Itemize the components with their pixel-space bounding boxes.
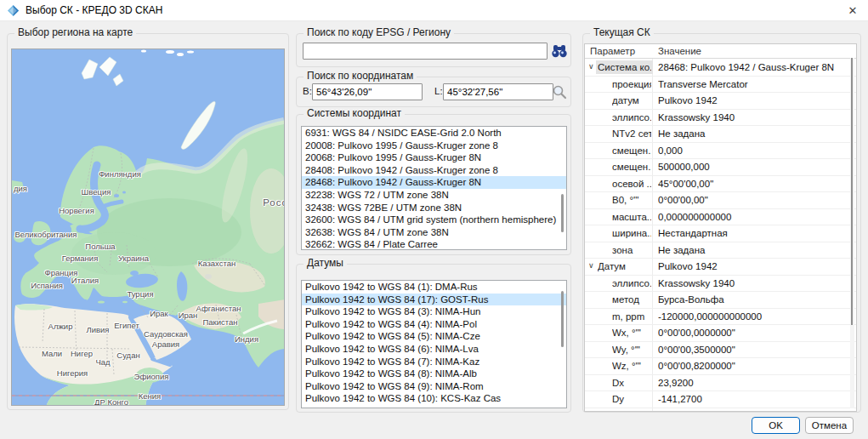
cs-parameter-row[interactable]: m, ppm-120000,000000000000 [585,309,856,326]
parameter-name: Wz, °'" [612,361,651,371]
datums-group-label: Датумы [304,257,347,269]
datum-item[interactable]: Pulkovo 1942 to WGS 84 (8): NIMA-Alb [302,368,566,380]
cs-parameter-row[interactable]: ширина...Нестандартная [585,225,856,242]
parameter-name: смещен... [612,162,651,172]
parameter-value: 0°00'00,3500000" [658,345,848,355]
parameter-value: 28468: Pulkovo 1942 / Gauss-Kruger 8N [658,62,848,72]
cs-parameter-row[interactable]: эллипсо...Krassowsky 1940 [585,110,856,127]
datum-item[interactable]: Pulkovo 1942 to WGS 84 (7): NIMA-Kaz [302,356,566,368]
column-header-value: Значение [658,46,701,56]
coordinate-system-item[interactable]: 28468: Pulkovo 1942 / Gauss-Kruger 8N [302,176,566,189]
cancel-button[interactable]: Отмена [805,417,854,434]
parameter-name: Dx [612,378,651,388]
map-country-label: Египет [114,321,139,330]
parameter-value: 0,000000000000 [658,212,848,222]
window-title: Выбор СК - КРЕДО 3D СКАН [26,4,162,16]
coordinate-system-item[interactable]: 6931: WGS 84 / NSIDC EASE-Grid 2.0 North [302,127,566,140]
coordinate-system-item[interactable]: 28408: Pulkovo 1942 / Gauss-Kruger zone … [302,164,566,177]
cs-parameter-row[interactable]: смещен...500000,000 [585,159,856,176]
coordinate-systems-list[interactable]: 6931: WGS 84 / NSIDC EASE-Grid 2.0 North… [301,126,567,250]
current-cs-group: Текущая СК Параметр Значение ∨Система ко… [582,33,861,413]
datum-item[interactable]: Pulkovo 1942 to WGS 84 (5): NIMA-Cze [302,330,566,343]
datum-item[interactable]: Pulkovo 1942 to WGS 84 (17): GOST-Rus [302,294,566,306]
binoculars-icon[interactable] [550,43,569,60]
datum-item[interactable]: Pulkovo 1942 to WGS 84 (3): NIMA-Hun [302,305,566,318]
map-country-label: Финляндия [99,169,141,179]
map-country-label: Казахстан [198,259,236,268]
list-scrollbar[interactable] [561,291,564,347]
cs-parameter-row[interactable]: Dy-141,2700 [585,391,856,408]
cs-parameter-row[interactable]: Wz, °'" 0°00'00,8200000" [585,358,856,375]
magnifier-icon[interactable] [550,83,569,100]
epsg-search-input[interactable] [303,43,547,60]
coordinate-system-item[interactable]: 32438: WGS 72BE / UTM zone 38N [302,202,566,214]
cs-parameter-row[interactable]: зонаНе задана [585,242,856,259]
parameter-value: 23,9200 [658,378,848,388]
map-country-label: Саудовская [144,329,188,339]
cs-parameter-row[interactable]: Wx, °'" 0°00'00,0000000" [585,325,856,342]
parameter-value: -120000,000000000000 [658,311,848,322]
parameter-value: 0°00'00,00" [658,195,848,205]
map-country-label: Германия [62,254,99,263]
world-map[interactable]: дияФинляндияШвецияНорвегияРоссияВеликобр… [11,48,285,406]
datum-item[interactable]: Pulkovo 1942 to WGS 84 (6): NIMA-Lva [302,343,566,356]
cs-parameter-row[interactable]: B0, °'" 0°00'00,00" [585,192,856,209]
cs-parameter-row[interactable]: Wy, °'" 0°00'00,3500000" [585,342,856,359]
ok-button[interactable]: OK [752,417,800,434]
coordinate-system-item[interactable]: 32662: WGS 84 / Plate Carree [302,238,566,250]
parameter-name: проекция [612,79,651,89]
map-country-label: Италия [71,276,99,285]
parameter-value: Бурса-Вольфа [658,294,848,305]
map-country-label: Нигер [71,349,93,358]
dialog-select-coordinate-system: Выбор СК - КРЕДО 3D СКАН ✕ Выбор региона… [0,0,868,439]
cs-parameter-row[interactable]: методБурса-Вольфа [585,292,856,309]
map-country-label: Ирак [150,309,168,318]
datum-item[interactable]: Pulkovo 1942 to WGS 84 (10): KCS-Kaz Cas [302,392,566,405]
parameter-value: Transverse Mercator [658,79,848,89]
l-coordinate-input[interactable] [443,83,553,100]
chevron-down-icon[interactable]: ∨ [588,62,594,71]
table-scrollbar-thumb[interactable] [851,58,853,325]
datum-item[interactable]: Pulkovo 1942 to WGS 84 (1): DMA-Rus [302,281,566,294]
parameter-name: датум [612,95,651,105]
parameter-name: B0, °'" [612,195,651,205]
parameter-value: Krassowsky 1940 [658,278,848,288]
coord-search-group: Поиск по координатам B: L: [296,77,571,107]
map-country-label: Испания [31,281,63,290]
map-country-label: Афганистан [196,304,241,313]
parameter-name: осевой ... [612,179,651,189]
current-cs-label: Текущая СК [590,26,654,38]
parameter-value: -141,2700 [658,394,848,404]
coordinate-system-item[interactable]: 32238: WGS 72 / UTM zone 38N [302,189,566,202]
coordinate-system-item[interactable]: 32600: WGS 84 / UTM grid system (norther… [302,214,566,226]
parameter-name: Датум [598,261,651,271]
cs-parameter-row[interactable]: масшта...0,000000000000 [585,209,856,226]
cs-parameter-row[interactable]: эллипсо...Krassowsky 1940 [585,276,856,293]
cs-parameter-row[interactable]: смещен...0,000 [585,143,856,160]
coordinate-system-item[interactable]: 20068: Pulkovo 1995 / Gauss-Kruger 8N [302,151,566,164]
map-country-label: Судан [116,351,139,360]
coordinate-system-item[interactable]: 20008: Pulkovo 1995 / Gauss-Kruger zone … [302,140,566,152]
chevron-down-icon[interactable]: ∨ [588,261,594,270]
coordinate-system-item[interactable]: 32638: WGS 84 / UTM zone 38N [302,226,566,239]
cs-parameter-row[interactable]: Dx23,9200 [585,375,856,392]
cs-parameter-row[interactable]: проекцияTransverse Mercator [585,77,856,94]
datums-list[interactable]: Pulkovo 1942 to WGS 84 (1): DMA-RusPulko… [301,280,567,408]
map-country-label: Ливия [86,325,109,334]
cs-parameter-row[interactable]: NTv2 сет...Не задана [585,126,856,143]
list-scrollbar[interactable] [561,194,564,232]
close-icon[interactable]: ✕ [842,2,863,20]
datum-item[interactable]: Pulkovo 1942 to WGS 84 (4): NIMA-Pol [302,318,566,331]
map-country-label: Алжир [48,322,73,331]
parameter-name: зона [612,245,651,255]
parameter-name: m, ppm [612,311,651,322]
parameter-value: 500000,000 [658,162,848,172]
cs-parameter-row[interactable]: ∨ДатумPulkovo 1942 [585,259,856,276]
cs-parameter-row[interactable]: осевой ... 45°00'00,00" [585,176,856,193]
datum-item[interactable]: Pulkovo 1942 to WGS 84 (9): NIMA-Rom [302,380,566,393]
map-country-label: Норвегия [59,206,94,215]
map-country-label: Индия [235,334,258,344]
cs-parameter-row[interactable]: датумPulkovo 1942 [585,93,856,110]
b-coordinate-input[interactable] [312,83,423,100]
cs-parameter-row[interactable]: ∨Система ко...28468: Pulkovo 1942 / Gaus… [585,60,856,77]
